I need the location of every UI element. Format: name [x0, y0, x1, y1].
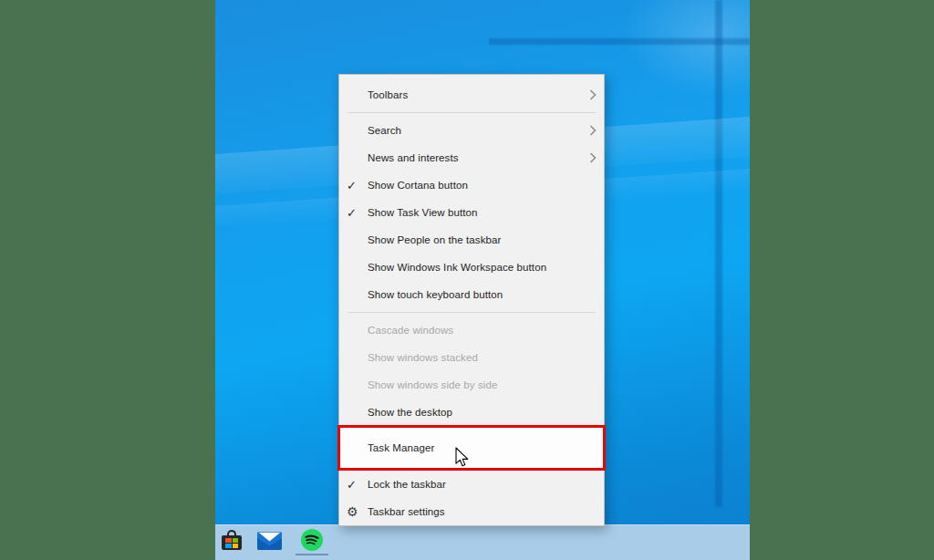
spotify-running-indicator	[296, 554, 328, 555]
menu-item-news-and-interests[interactable]: News and interests	[339, 144, 604, 171]
menu-item-show-windows-side-by-side: Show windows side by side	[339, 371, 604, 399]
wallpaper-window-pane-horizontal	[489, 38, 750, 45]
windows-logo-tiles	[225, 538, 238, 548]
menu-separator	[348, 312, 596, 313]
menu-item-toolbars[interactable]: Toolbars	[339, 81, 604, 109]
menu-item-search[interactable]: Search	[339, 117, 604, 144]
store-bag-body	[222, 535, 242, 550]
taskbar-context-menu: Toolbars Search News and interests ✓ Sho…	[338, 74, 605, 526]
check-icon: ✓	[347, 180, 368, 192]
menu-item-cascade-windows: Cascade windows	[339, 316, 604, 344]
menu-item-show-cortana-button[interactable]: ✓ Show Cortana button	[339, 171, 604, 199]
menu-separator	[348, 112, 596, 113]
menu-item-task-manager[interactable]: Task Manager	[339, 428, 604, 468]
microsoft-store-icon[interactable]	[220, 530, 244, 553]
menu-item-show-the-desktop[interactable]: Show the desktop	[339, 399, 604, 426]
gear-icon: ⚙	[347, 505, 368, 518]
screenshot-stage: Toolbars Search News and interests ✓ Sho…	[0, 0, 934, 560]
submenu-chevron-icon	[589, 152, 597, 163]
menu-item-show-touch-keyboard-button[interactable]: Show touch keyboard button	[339, 281, 604, 308]
check-icon: ✓	[347, 479, 368, 491]
menu-item-show-windows-stacked: Show windows stacked	[339, 344, 604, 371]
menu-item-show-windows-ink-workspace-button[interactable]: Show Windows Ink Workspace button	[339, 254, 604, 281]
mail-icon[interactable]	[257, 532, 282, 550]
mouse-cursor-icon	[455, 447, 470, 472]
taskbar[interactable]	[215, 524, 750, 560]
menu-item-show-task-view-button[interactable]: ✓ Show Task View button	[339, 199, 604, 226]
wallpaper-window-pane-vertical	[715, 0, 722, 507]
menu-item-show-people-on-the-taskbar[interactable]: Show People on the taskbar	[339, 226, 604, 254]
submenu-chevron-icon	[589, 125, 597, 136]
menu-item-lock-the-taskbar[interactable]: ✓ Lock the taskbar	[339, 471, 604, 498]
check-icon: ✓	[347, 207, 368, 219]
spotify-icon[interactable]	[300, 528, 324, 552]
menu-item-taskbar-settings[interactable]: ⚙ Taskbar settings	[339, 498, 604, 525]
submenu-chevron-icon	[589, 89, 597, 100]
